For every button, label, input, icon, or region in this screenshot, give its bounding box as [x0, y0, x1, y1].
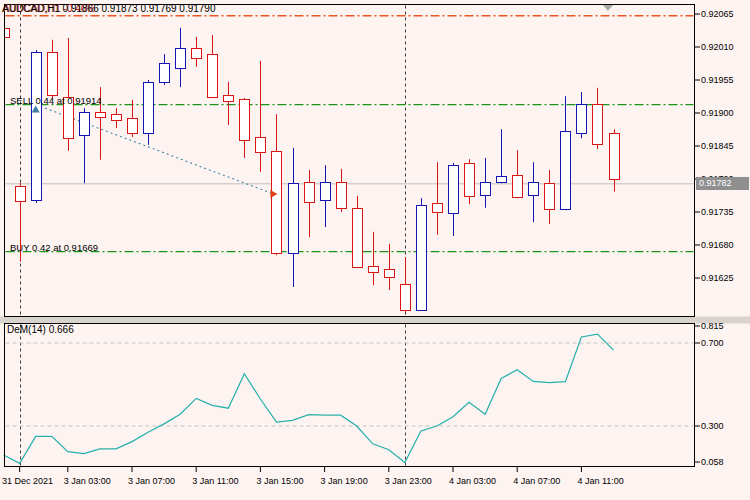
- candle: [417, 206, 427, 311]
- candle: [80, 113, 90, 136]
- main-pane[interactable]: [0, 6, 694, 316]
- candle: [369, 267, 379, 273]
- candle: [529, 183, 539, 196]
- time-axis-label: 4 Jan 11:00: [577, 476, 623, 486]
- dem-indicator-line: [4, 334, 614, 463]
- candle: [128, 119, 138, 134]
- candle: [192, 49, 202, 59]
- candle: [465, 164, 475, 197]
- time-axis-label: 3 Jan 19:00: [321, 476, 368, 486]
- candle: [305, 183, 315, 203]
- indicator-axis-label: 0.700: [701, 338, 724, 348]
- candle: [353, 209, 363, 268]
- chart-canvas[interactable]: [0, 0, 750, 500]
- candle: [144, 83, 154, 134]
- pane-border: [5, 324, 695, 467]
- time-axis-label: 3 Jan 15:00: [256, 476, 303, 486]
- candle: [208, 55, 218, 98]
- candle: [481, 183, 491, 196]
- candle: [545, 184, 555, 210]
- candle: [112, 115, 122, 121]
- pane-separator[interactable]: [0, 317, 750, 324]
- time-axis-label: 3 Jan 03:00: [64, 476, 111, 486]
- price-axis-label: 0.91845: [701, 141, 734, 151]
- price-axis-label: 0.92010: [701, 42, 734, 52]
- candle: [160, 64, 170, 83]
- indicator-axis-label: 0.815: [701, 321, 724, 331]
- price-axis-label: 0.91955: [701, 75, 734, 85]
- candle: [385, 270, 395, 278]
- time-axis-label: 3 Jan 07:00: [128, 476, 175, 486]
- buy-position-label: BUY 0.42 at 0.91669: [10, 242, 98, 253]
- price-axis-label: 0.91680: [701, 240, 734, 250]
- candle: [289, 184, 299, 254]
- time-axis-label: 4 Jan 07:00: [513, 476, 560, 486]
- candle: [224, 96, 234, 102]
- price-axis-label: 0.91900: [701, 108, 734, 118]
- candle: [610, 134, 620, 180]
- candle: [513, 176, 523, 198]
- time-axis-label: 3 Jan 11:00: [192, 476, 238, 486]
- candle: [561, 132, 571, 210]
- current-price-value: 0.91782: [699, 178, 732, 188]
- indicator-label: DeM(14) 0.666: [7, 324, 74, 335]
- chart-shift-marker-icon[interactable]: [603, 5, 613, 11]
- sell-position-label: SELL 0.44 at 0.91914: [10, 95, 102, 106]
- time-axis-label: 31 Dec 2021: [2, 476, 53, 486]
- candle: [577, 105, 587, 134]
- candle: [16, 187, 26, 202]
- price-axis-label: 0.91735: [701, 207, 734, 217]
- candle: [32, 53, 42, 201]
- pane-border: [5, 5, 695, 317]
- candle: [593, 105, 603, 145]
- candle: [272, 152, 282, 254]
- candle: [401, 285, 411, 311]
- candle: [433, 204, 443, 213]
- candle: [176, 49, 186, 69]
- candle: [337, 183, 347, 209]
- candle: [449, 166, 459, 214]
- indicator-axis-label: 0.300: [701, 421, 724, 431]
- time-axis-label: 3 Jan 23:00: [385, 476, 432, 486]
- time-axis-label: 4 Jan 03:00: [449, 476, 496, 486]
- chart-title: AUDCAD,H1 0.91866 0.91873 0.91769 0.9179…: [2, 3, 216, 14]
- price-axis-label: 0.91625: [701, 273, 734, 283]
- indicator-axis-label: 0.058: [701, 457, 724, 467]
- candle: [96, 113, 106, 118]
- candle: [48, 53, 58, 96]
- candle: [256, 138, 266, 153]
- candle: [497, 177, 507, 183]
- price-axis-label: 0.92065: [701, 9, 734, 19]
- candle: [321, 183, 331, 201]
- current-price-box: 0.91782: [696, 177, 749, 190]
- candle: [240, 100, 250, 141]
